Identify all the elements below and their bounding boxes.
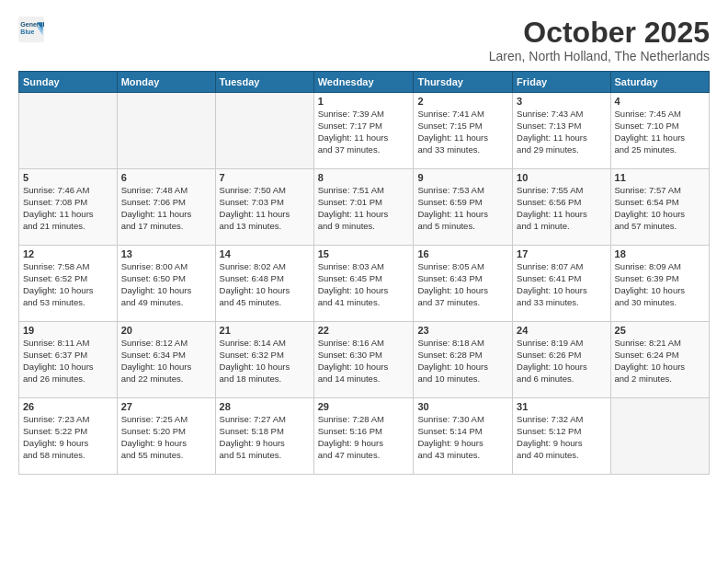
day-number: 14	[220, 248, 310, 259]
day-info-line: Daylight: 11 hours	[23, 209, 113, 221]
day-info-line: Daylight: 11 hours	[417, 209, 508, 221]
calendar-cell-5-6: 31Sunrise: 7:32 AMSunset: 5:12 PMDayligh…	[513, 398, 610, 475]
day-info-line: Daylight: 10 hours	[318, 362, 410, 373]
day-number: 31	[517, 401, 606, 412]
day-info-line: and 25 minutes.	[615, 144, 705, 156]
calendar-cell-2-2: 6Sunrise: 7:48 AMSunset: 7:06 PMDaylight…	[117, 169, 215, 246]
day-info-line: Sunrise: 8:09 AM	[615, 261, 705, 273]
day-info-line: and 2 minutes.	[615, 373, 705, 385]
day-info-line: Sunrise: 7:39 AM	[318, 109, 410, 121]
day-number: 7	[220, 172, 310, 183]
calendar-cell-4-7: 25Sunrise: 8:21 AMSunset: 6:24 PMDayligh…	[610, 322, 709, 398]
page: General Blue October 2025 Laren, North H…	[0, 0, 728, 484]
calendar-cell-5-1: 26Sunrise: 7:23 AMSunset: 5:22 PMDayligh…	[19, 398, 118, 475]
subtitle: Laren, North Holland, The Netherlands	[489, 49, 710, 63]
day-number: 21	[220, 325, 310, 336]
day-number: 26	[23, 401, 113, 412]
day-info-line: Sunrise: 7:57 AM	[615, 185, 705, 197]
day-number: 4	[615, 96, 705, 107]
day-number: 30	[417, 401, 508, 412]
day-info-line: Sunset: 7:08 PM	[23, 197, 113, 209]
day-info-line: and 21 minutes.	[23, 221, 113, 233]
day-number: 12	[23, 248, 113, 259]
calendar-cell-3-6: 17Sunrise: 8:07 AMSunset: 6:41 PMDayligh…	[513, 246, 610, 322]
day-number: 1	[318, 96, 410, 107]
day-info-line: Daylight: 11 hours	[417, 132, 508, 144]
day-number: 13	[121, 248, 211, 259]
header-monday: Monday	[117, 72, 215, 93]
week-row-3: 12Sunrise: 7:58 AMSunset: 6:52 PMDayligh…	[19, 246, 710, 322]
day-info-line: and 10 minutes.	[417, 373, 508, 385]
day-info-line: Sunrise: 7:51 AM	[318, 185, 410, 197]
day-info-line: Sunrise: 7:41 AM	[417, 109, 508, 121]
calendar-cell-5-2: 27Sunrise: 7:25 AMSunset: 5:20 PMDayligh…	[117, 398, 215, 475]
week-row-5: 26Sunrise: 7:23 AMSunset: 5:22 PMDayligh…	[19, 398, 710, 475]
calendar-cell-4-1: 19Sunrise: 8:11 AMSunset: 6:37 PMDayligh…	[19, 322, 118, 398]
day-info-line: and 18 minutes.	[220, 373, 310, 385]
day-info-line: and 55 minutes.	[121, 450, 211, 462]
day-info-line: Sunset: 6:34 PM	[121, 350, 211, 362]
day-info-line: Sunset: 6:24 PM	[615, 350, 705, 362]
day-info-line: Sunrise: 7:53 AM	[417, 185, 508, 197]
day-info-line: and 45 minutes.	[220, 297, 310, 309]
header: General Blue October 2025 Laren, North H…	[18, 17, 710, 63]
day-info-line: Sunrise: 8:12 AM	[121, 338, 211, 350]
day-info-line: and 33 minutes.	[517, 297, 606, 309]
calendar-cell-5-7	[610, 398, 709, 475]
day-info-line: Sunrise: 7:50 AM	[220, 185, 310, 197]
day-number: 24	[517, 325, 606, 336]
day-info-line: Sunrise: 8:21 AM	[615, 338, 705, 350]
calendar-cell-2-6: 10Sunrise: 7:55 AMSunset: 6:56 PMDayligh…	[513, 169, 610, 246]
day-info-line: Sunrise: 7:43 AM	[517, 109, 606, 121]
day-info-line: Sunset: 7:06 PM	[121, 197, 211, 209]
day-info-line: Sunset: 6:59 PM	[417, 197, 508, 209]
header-thursday: Thursday	[414, 72, 513, 93]
logo: General Blue	[18, 17, 44, 42]
day-info-line: Daylight: 9 hours	[318, 438, 410, 450]
calendar-cell-3-1: 12Sunrise: 7:58 AMSunset: 6:52 PMDayligh…	[19, 246, 118, 322]
day-info-line: Daylight: 11 hours	[517, 132, 606, 144]
day-info-line: Sunrise: 8:16 AM	[318, 338, 410, 350]
header-wednesday: Wednesday	[313, 72, 414, 93]
calendar-cell-5-4: 29Sunrise: 7:28 AMSunset: 5:16 PMDayligh…	[313, 398, 414, 475]
calendar-cell-1-2	[117, 93, 215, 169]
day-info-line: and 5 minutes.	[417, 221, 508, 233]
day-number: 20	[121, 325, 211, 336]
day-info-line: Sunset: 5:12 PM	[517, 426, 606, 438]
day-info-line: and 57 minutes.	[615, 221, 705, 233]
day-info-line: Daylight: 10 hours	[318, 285, 410, 297]
calendar-cell-4-4: 22Sunrise: 8:16 AMSunset: 6:30 PMDayligh…	[313, 322, 414, 398]
calendar-cell-2-3: 7Sunrise: 7:50 AMSunset: 7:03 PMDaylight…	[215, 169, 313, 246]
day-info-line: Sunset: 6:37 PM	[23, 350, 113, 362]
title-area: October 2025 Laren, North Holland, The N…	[489, 17, 710, 63]
day-info-line: and 13 minutes.	[220, 221, 310, 233]
day-info-line: and 6 minutes.	[517, 373, 606, 385]
day-number: 19	[23, 325, 113, 336]
day-info-line: Daylight: 10 hours	[615, 362, 705, 373]
day-info-line: Sunset: 7:17 PM	[318, 121, 410, 132]
day-info-line: Sunrise: 7:48 AM	[121, 185, 211, 197]
calendar-cell-2-1: 5Sunrise: 7:46 AMSunset: 7:08 PMDaylight…	[19, 169, 118, 246]
calendar-cell-2-5: 9Sunrise: 7:53 AMSunset: 6:59 PMDaylight…	[414, 169, 513, 246]
day-number: 8	[318, 172, 410, 183]
calendar-cell-4-3: 21Sunrise: 8:14 AMSunset: 6:32 PMDayligh…	[215, 322, 313, 398]
header-friday: Friday	[513, 72, 610, 93]
calendar-cell-3-2: 13Sunrise: 8:00 AMSunset: 6:50 PMDayligh…	[117, 246, 215, 322]
day-info-line: and 29 minutes.	[517, 144, 606, 156]
day-info-line: Sunset: 7:10 PM	[615, 121, 705, 132]
day-info-line: Daylight: 10 hours	[615, 285, 705, 297]
svg-text:Blue: Blue	[20, 29, 34, 35]
calendar-header-row: Sunday Monday Tuesday Wednesday Thursday…	[19, 72, 710, 93]
day-info-line: Sunrise: 8:11 AM	[23, 338, 113, 350]
day-info-line: Sunset: 5:16 PM	[318, 426, 410, 438]
calendar-cell-5-5: 30Sunrise: 7:30 AMSunset: 5:14 PMDayligh…	[414, 398, 513, 475]
day-info-line: Sunrise: 8:07 AM	[517, 261, 606, 273]
day-number: 17	[517, 248, 606, 259]
day-info-line: Daylight: 11 hours	[318, 132, 410, 144]
day-info-line: Daylight: 11 hours	[517, 209, 606, 221]
day-info-line: Sunrise: 7:27 AM	[220, 414, 310, 426]
day-info-line: Sunrise: 8:19 AM	[517, 338, 606, 350]
day-info-line: Daylight: 10 hours	[517, 362, 606, 373]
calendar-cell-4-6: 24Sunrise: 8:19 AMSunset: 6:26 PMDayligh…	[513, 322, 610, 398]
day-info-line: and 49 minutes.	[121, 297, 211, 309]
